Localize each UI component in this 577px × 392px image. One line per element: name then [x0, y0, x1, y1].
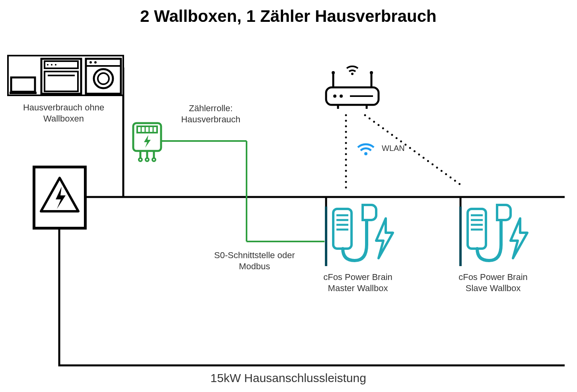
svg-point-15 — [94, 61, 97, 64]
fuse-box-icon — [34, 167, 85, 228]
meter-role-label-2: Hausverbrauch — [181, 114, 240, 124]
bottom-bus-line — [59, 229, 565, 365]
svg-point-28 — [146, 158, 149, 161]
svg-point-14 — [89, 61, 92, 64]
appliances-icon — [8, 56, 123, 95]
meter-role-label-1: Zählerrolle: — [189, 103, 233, 113]
svg-point-7 — [47, 64, 49, 66]
slave-wallbox-icon — [460, 205, 527, 266]
svg-point-27 — [139, 158, 142, 161]
svg-point-41 — [364, 152, 367, 155]
wifi-icon — [358, 144, 374, 155]
wlan-label: WLAN — [382, 144, 405, 153]
house-consumption-label-1: Hausverbrauch ohne — [23, 102, 104, 112]
meter-icon — [133, 123, 161, 161]
router-icon — [326, 66, 379, 109]
master-wallbox-label-2: Master Wallbox — [328, 283, 388, 293]
svg-point-32 — [332, 71, 335, 74]
interface-label-1: S0-Schnittstelle oder — [214, 250, 295, 260]
svg-point-35 — [333, 95, 336, 98]
house-consumption-label-2: Wallboxen — [43, 114, 84, 124]
connection-power-label: 15kW Hausanschlussleistung — [210, 371, 366, 384]
network-diagram: 2 Wallboxen, 1 Zähler Hausverbrauch WLAN — [0, 0, 577, 392]
diagram-title: 2 Wallboxen, 1 Zähler Hausverbrauch — [140, 7, 436, 25]
slave-wallbox-label-1: cFos Power Brain — [458, 272, 528, 282]
svg-point-36 — [340, 95, 343, 98]
wlan-link-slave — [365, 115, 463, 187]
slave-wallbox-label-2: Slave Wallbox — [466, 283, 521, 293]
svg-point-8 — [51, 64, 52, 66]
svg-point-29 — [152, 158, 155, 161]
svg-point-9 — [55, 64, 56, 66]
svg-point-40 — [351, 73, 354, 75]
svg-point-33 — [370, 71, 373, 74]
master-wallbox-label-1: cFos Power Brain — [323, 272, 392, 282]
interface-label-2: Modbus — [239, 261, 270, 271]
master-wallbox-icon — [326, 205, 393, 266]
